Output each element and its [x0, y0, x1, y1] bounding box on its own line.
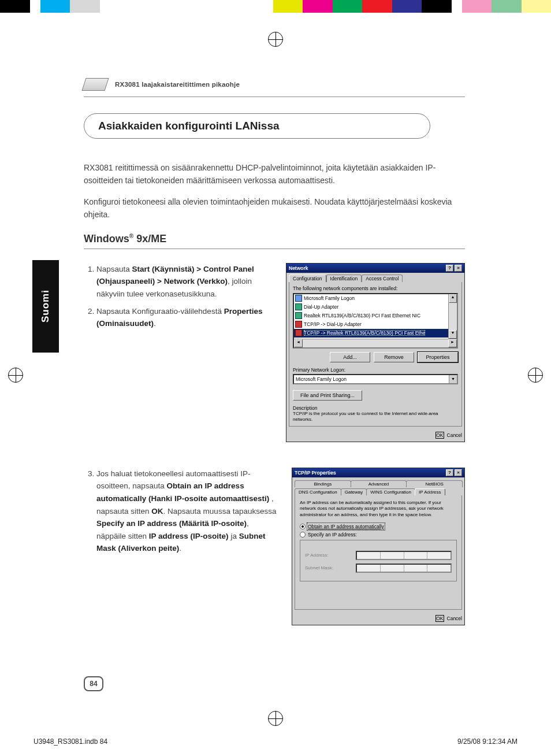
dialog-titlebar[interactable]: TCP/IP Properties ? ×	[292, 468, 464, 477]
subnet-mask-label: Subnet Mask:	[305, 565, 351, 570]
scroll-up-button[interactable]: ▲	[449, 294, 457, 303]
file-print-sharing-button[interactable]: File and Print Sharing...	[293, 390, 362, 401]
description-text: TCP/IP is the protocol you use to connec…	[293, 411, 458, 423]
list-item: Realtek RTL8139(A/B/C/8130) PCI Fast Eth…	[294, 312, 448, 320]
tabstrip: Configuration Identification Access Cont…	[289, 275, 462, 282]
step-2: Napsauta Konfiguraatio-välilehdestä Prop…	[96, 305, 274, 330]
specify-ip-fieldset: IP Address: Subnet Mask:	[300, 540, 457, 581]
remove-button[interactable]: Remove	[374, 352, 414, 362]
tcpip-properties-dialog: TCP/IP Properties ? × Bindings Advanced …	[292, 468, 465, 625]
scroll-left-button[interactable]: ◄	[294, 339, 303, 347]
adapter-icon	[295, 312, 302, 319]
intro-paragraph-2: Konfiguroi tietokoneesi alla olevien toi…	[84, 196, 465, 221]
ip-address-input[interactable]	[356, 551, 452, 560]
chevron-down-icon[interactable]: ▼	[449, 375, 457, 383]
tab-access-control[interactable]: Access Control	[362, 275, 403, 282]
vertical-scrollbar[interactable]: ▲ ▼	[448, 294, 457, 339]
tab-gateway[interactable]: Gateway	[341, 488, 367, 495]
list-item-selected: TCP/IP -> Realtek RTL8139(A/B/C/8130) PC…	[294, 329, 448, 338]
ok-button[interactable]: OK	[436, 616, 443, 621]
dialog-title: TCP/IP Properties	[295, 470, 336, 476]
properties-button[interactable]: Properties	[418, 352, 458, 362]
subsection-heading: Windows® 9x/ME	[84, 233, 465, 249]
close-button[interactable]: ×	[455, 265, 462, 272]
radio-icon	[300, 524, 306, 529]
protocol-icon	[295, 321, 302, 328]
close-button[interactable]: ×	[455, 469, 462, 476]
tab-ip-address[interactable]: IP Address	[415, 488, 445, 495]
primary-logon-combo[interactable]: Microsoft Family Logon ▼	[293, 374, 458, 384]
step-1: Napsauta Start (Käynnistä) > Control Pan…	[96, 263, 274, 301]
scroll-right-button[interactable]: ►	[448, 339, 457, 347]
tab-identification[interactable]: Identification	[326, 275, 362, 282]
tab-wins[interactable]: WINS Configuration	[366, 488, 415, 495]
cancel-button[interactable]: Cancel	[447, 616, 462, 621]
registration-mark-icon	[8, 368, 23, 383]
radio-icon	[300, 532, 306, 538]
printer-color-bar	[0, 0, 551, 13]
router-icon	[81, 78, 109, 91]
component-listbox[interactable]: Microsoft Family Logon Dial-Up Adapter R…	[293, 293, 458, 349]
tab-configuration[interactable]: Configuration	[289, 275, 326, 282]
step-list-2: Jos haluat tietokoneellesi automaattises…	[84, 468, 280, 625]
tab-bindings[interactable]: Bindings	[295, 480, 351, 487]
client-icon	[295, 295, 302, 302]
scroll-down-button[interactable]: ▼	[449, 330, 457, 339]
language-tab: Suomi	[32, 260, 59, 353]
dialog-titlebar[interactable]: Network ? ×	[286, 264, 464, 273]
list-label: The following network components are ins…	[293, 286, 458, 291]
network-dialog: Network ? × Configuration Identification…	[286, 263, 465, 442]
intro-paragraph-1: RX3081 reitittimessä on sisäänrakennettu…	[84, 162, 465, 187]
tab-dns[interactable]: DNS Configuration	[295, 488, 341, 495]
step-list-1: Napsauta Start (Käynnistä) > Control Pan…	[84, 263, 274, 442]
list-item: Dial-Up Adapter	[294, 303, 448, 312]
registration-mark-icon	[528, 368, 543, 383]
protocol-icon	[295, 329, 302, 336]
doc-title: RX3081 laajakaistareitittimen pikaohje	[115, 81, 240, 88]
tabstrip: Bindings Advanced NetBIOS DNS Configurat…	[295, 479, 462, 495]
horizontal-scrollbar[interactable]: ◄ ►	[294, 339, 457, 347]
ok-button[interactable]: OK	[436, 432, 443, 438]
footer-file: U3948_RS3081.indb 84	[33, 738, 107, 746]
registration-mark-icon	[268, 32, 283, 47]
tab-advanced[interactable]: Advanced	[351, 480, 407, 487]
adapter-icon	[295, 303, 302, 310]
registration-mark-icon	[268, 711, 283, 726]
help-button[interactable]: ?	[446, 469, 453, 476]
footer-date: 9/25/08 9:12:34 AM	[457, 738, 518, 746]
section-title: Asiakkaiden konfigurointi LANissa	[84, 113, 430, 139]
list-item: TCP/IP -> Dial-Up Adapter	[294, 320, 448, 329]
description-label: Description	[293, 405, 458, 411]
tab-netbios[interactable]: NetBIOS	[406, 480, 463, 487]
list-item: Microsoft Family Logon	[294, 294, 448, 303]
cancel-button[interactable]: Cancel	[447, 432, 462, 438]
tab-intro-text: An IP address can be automatically assig…	[300, 500, 457, 518]
document-header: RX3081 laajakaistareitittimen pikaohje	[84, 78, 465, 97]
radio-specify[interactable]: Specify an IP address:	[300, 532, 457, 538]
subnet-mask-input[interactable]	[356, 564, 452, 573]
page-number: 84	[84, 676, 103, 691]
help-button[interactable]: ?	[446, 265, 453, 272]
radio-obtain-auto[interactable]: Obtain an IP address automatically	[300, 524, 457, 529]
step-3: Jos haluat tietokoneellesi automaattises…	[96, 468, 280, 555]
ip-address-label: IP Address:	[305, 553, 351, 558]
dialog-title: Network	[289, 265, 308, 271]
print-footer: U3948_RS3081.indb 84 9/25/08 9:12:34 AM	[33, 738, 518, 746]
add-button[interactable]: Add...	[330, 352, 370, 362]
primary-logon-label: Primary Network Logon:	[293, 367, 458, 373]
